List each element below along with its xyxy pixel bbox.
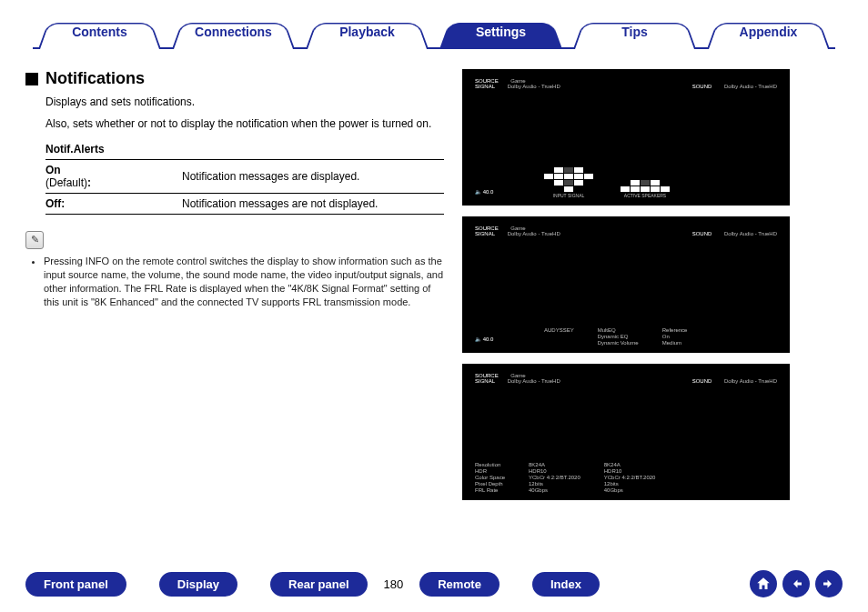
osd-aud-l2: Dynamic EQ — [598, 334, 639, 339]
arrow-left-icon — [788, 576, 804, 592]
osd-v-c1a: Resolution — [475, 462, 505, 467]
top-tabs: Contents Connections Playback Settings T… — [33, 16, 835, 49]
osd-signal-value: Dolby Audio - TrueHD — [508, 84, 560, 89]
osd-signal-map: INPUT SIGNAL ACTIVE SPEAKERS — [544, 167, 670, 198]
osd-v-c3c: YCbCr 4:2:2/BT.2020 — [604, 475, 656, 480]
option-on-default: (Default) — [45, 176, 87, 189]
prev-page-button[interactable] — [782, 570, 810, 597]
osd-v-c1b: HDR — [475, 468, 505, 474]
tab-connections[interactable]: Connections — [167, 16, 300, 47]
nav-front-panel-button[interactable]: Front panel — [25, 572, 126, 597]
osd-sound-value: Dolby Audio - TrueHD — [724, 84, 777, 89]
tab-label: Playback — [309, 16, 425, 47]
osd-sound-label: SOUND — [692, 378, 712, 384]
option-off-label: Off: — [45, 197, 65, 210]
osd-aud-r3: Medium — [662, 340, 688, 346]
tab-tips[interactable]: Tips — [568, 16, 701, 47]
option-group-heading: Notif.Alerts — [45, 143, 444, 156]
note-text: Pressing INFO on the remote control swit… — [44, 255, 444, 308]
nav-display-button[interactable]: Display — [159, 572, 237, 597]
tab-contents[interactable]: Contents — [33, 16, 167, 47]
next-page-button[interactable] — [815, 570, 843, 597]
osd-signal-label: SIGNAL — [475, 231, 495, 236]
tab-label: Contents — [42, 16, 157, 47]
option-off-desc: Notification messages are not displayed. — [182, 194, 444, 215]
osd-preview-audyssey: SOURCE Game SIGNAL Dolby Audio - TrueHD … — [462, 216, 790, 353]
osd-volume: 🔈 40.0 — [475, 336, 493, 342]
osd-v-c1c: Color Space — [475, 475, 505, 480]
note-icon: ✎ — [25, 231, 44, 249]
osd-volume: 🔈 40.0 — [475, 188, 493, 195]
page-number: 180 — [368, 577, 420, 591]
osd-volume-value: 40.0 — [483, 189, 494, 195]
option-row-on: On (Default): Notification messages are … — [45, 160, 444, 194]
osd-audyssey-label: AUDYSSEY — [544, 327, 574, 333]
tab-playback[interactable]: Playback — [300, 16, 434, 47]
osd-sound-label: SOUND — [692, 84, 712, 89]
tab-label: Appendix — [711, 16, 826, 47]
osd-signal-label: SIGNAL — [475, 84, 495, 89]
osd-input-caption: INPUT SIGNAL — [553, 193, 585, 198]
osd-sound-label: SOUND — [692, 231, 712, 236]
arrow-right-icon — [821, 576, 837, 592]
option-on-label: On — [45, 164, 61, 176]
osd-v-c2e: 40Gbps — [529, 487, 580, 493]
option-on-colon: : — [87, 176, 91, 189]
home-icon — [755, 576, 772, 592]
home-button[interactable] — [750, 570, 777, 597]
tab-label: Connections — [176, 16, 291, 47]
osd-sound-value: Dolby Audio - TrueHD — [724, 378, 777, 384]
osd-aud-r2: On — [662, 334, 688, 339]
tab-appendix[interactable]: Appendix — [701, 16, 835, 47]
osd-signal-value: Dolby Audio - TrueHD — [508, 378, 560, 384]
option-row-off: Off: Notification messages are not displ… — [45, 194, 444, 215]
options-table: On (Default): Notification messages are … — [45, 159, 444, 215]
osd-v-c2a: 8K24A — [529, 462, 580, 467]
osd-sound-value: Dolby Audio - TrueHD — [724, 231, 777, 236]
osd-signal-value: Dolby Audio - TrueHD — [508, 231, 560, 236]
osd-aud-r1: Reference — [662, 327, 688, 333]
osd-preview-video: SOURCE Game SIGNAL Dolby Audio - TrueHD … — [462, 364, 790, 500]
osd-preview-signals: SOURCE Game SIGNAL Dolby Audio - TrueHD … — [462, 69, 790, 206]
osd-aud-l3: Dynamic Volume — [598, 340, 639, 346]
intro-line-1: Displays and sets notifications. — [45, 95, 444, 108]
intro-line-2: Also, sets whether or not to display the… — [45, 117, 444, 130]
osd-volume-value: 40.0 — [483, 336, 494, 342]
osd-v-c2c: YCbCr 4:2:2/BT.2020 — [529, 475, 580, 480]
osd-v-c1d: Pixel Depth — [475, 481, 505, 487]
osd-aud-l1: MultEQ — [598, 327, 639, 333]
osd-v-c1e: FRL Rate — [475, 487, 505, 493]
tab-settings[interactable]: Settings — [434, 16, 568, 47]
osd-signal-label: SIGNAL — [475, 378, 495, 384]
option-on-desc: Notification messages are displayed. — [182, 160, 444, 194]
tab-label: Settings — [443, 16, 559, 47]
osd-v-c3b: HDR10 — [604, 468, 656, 474]
section-title-text: Notifications — [45, 69, 145, 88]
nav-remote-button[interactable]: Remote — [419, 572, 500, 597]
section-heading: Notifications — [25, 69, 444, 88]
footer-bar: Front panel Display Rear panel 180 Remot… — [25, 570, 843, 597]
nav-index-button[interactable]: Index — [532, 572, 600, 597]
osd-v-c3e: 40Gbps — [604, 487, 656, 493]
osd-v-c2d: 12bits — [529, 481, 580, 487]
osd-v-c2b: HDR10 — [529, 468, 580, 474]
osd-active-caption: ACTIVE SPEAKERS — [624, 193, 666, 198]
osd-v-c3d: 12bits — [604, 481, 656, 487]
note-list: Pressing INFO on the remote control swit… — [33, 255, 444, 308]
nav-rear-panel-button[interactable]: Rear panel — [270, 572, 367, 597]
tab-label: Tips — [577, 16, 692, 47]
osd-v-c3a: 8K24A — [604, 462, 656, 467]
square-bullet-icon — [25, 73, 38, 85]
